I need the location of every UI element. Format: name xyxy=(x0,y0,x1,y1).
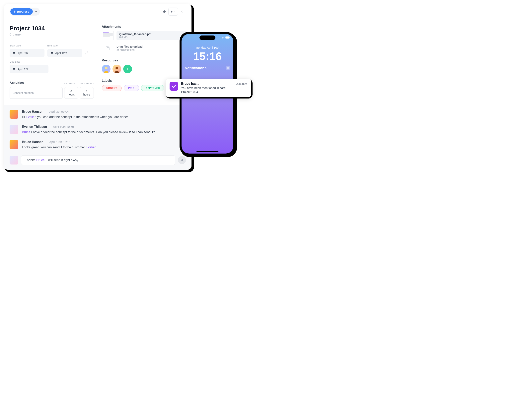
file-name: Quotation_C.Janzen.pdf xyxy=(119,32,183,36)
phone-notch xyxy=(199,36,215,40)
file-size: 8.8 MB xyxy=(119,36,183,39)
svg-rect-11 xyxy=(229,37,230,38)
activities-title: Activities xyxy=(10,81,24,85)
resource-avatar[interactable] xyxy=(113,65,121,73)
mention[interactable]: Evelien xyxy=(86,146,96,149)
close-icon[interactable] xyxy=(178,8,186,16)
card-header: In progress xyxy=(4,4,191,19)
status-control[interactable]: In progress xyxy=(10,8,40,16)
status-pill: In progress xyxy=(10,8,33,15)
resources-title: Resources xyxy=(102,59,186,62)
add-resource-button[interactable] xyxy=(123,65,132,73)
end-date-label: End date xyxy=(47,44,82,47)
notifications-close-icon[interactable] xyxy=(226,66,230,70)
attachments-title: Attachments xyxy=(102,25,186,29)
file-thumbnail-icon xyxy=(102,31,114,40)
star-icon[interactable] xyxy=(160,8,168,16)
comment-avatar xyxy=(10,110,18,119)
attachment-item[interactable]: Quotation_C.Janzen.pdf 8.8 MB xyxy=(102,31,186,40)
phone-status-bar xyxy=(221,36,230,39)
comment-item: Bruce Hansen April 3th 09:04 Hi Evelien … xyxy=(10,110,186,119)
home-indicator xyxy=(196,151,218,152)
col-estimate: ESTIMATE xyxy=(64,82,76,85)
upload-zone[interactable]: Drag files to upload or browse files xyxy=(102,44,186,53)
svg-rect-10 xyxy=(226,37,229,38)
send-button[interactable] xyxy=(178,156,186,164)
mention[interactable]: Evelien xyxy=(26,115,36,119)
comments-section: Bruce Hansen April 3th 09:04 Hi Evelien … xyxy=(4,105,191,170)
notification-message: You have been mentioned in cardProject 1… xyxy=(181,86,247,94)
comment-text: Bruce I have added the concept to the at… xyxy=(22,130,155,135)
project-title: Project 1034 xyxy=(10,25,94,32)
comment-author: Evelien Thijssen xyxy=(22,125,47,129)
end-date-input[interactable]: April 12th xyxy=(47,49,82,57)
comment-avatar xyxy=(10,125,18,134)
svg-point-7 xyxy=(105,67,108,69)
due-date-label: Due date xyxy=(10,60,49,63)
comment-author: Bruce Hansen xyxy=(22,110,44,113)
project-author: C. Janzen xyxy=(10,33,94,36)
lock-screen-time: 15:16 xyxy=(182,50,233,62)
svg-rect-6 xyxy=(107,47,109,50)
comment-item: Bruce Hansen April 10th 15:16 Looks grea… xyxy=(10,140,186,150)
svg-rect-3 xyxy=(51,52,53,53)
upload-text-1: Drag files to upload xyxy=(116,45,143,48)
reply-input[interactable]: Thanks Bruce, I will send it right away xyxy=(21,155,175,165)
arrow-right-icon[interactable] xyxy=(33,8,39,15)
upload-text-2: or browse files xyxy=(116,48,143,51)
label-urgent[interactable]: URGENT xyxy=(102,85,122,91)
resource-avatar[interactable] xyxy=(102,65,110,73)
remaining-hours[interactable]: 1 hours xyxy=(80,87,94,99)
wifi-icon xyxy=(221,36,224,39)
reply-avatar xyxy=(10,156,18,164)
notification-card[interactable]: Bruce has... Just now You have been ment… xyxy=(165,79,251,97)
swap-dates-icon[interactable] xyxy=(85,51,89,57)
svg-rect-5 xyxy=(13,69,15,69)
comment-time: April 10th 15:16 xyxy=(50,140,70,143)
mention[interactable]: Bruce xyxy=(22,131,30,134)
copy-icon xyxy=(102,46,114,51)
comment-time: April 10th 10:59 xyxy=(53,125,74,128)
label-prio[interactable]: PRIO xyxy=(124,85,139,91)
comment-item: Evelien Thijssen April 10th 10:59 Bruce … xyxy=(10,125,186,135)
due-date-input[interactable]: April 12th xyxy=(10,65,49,73)
svg-point-8 xyxy=(115,67,118,69)
col-remaining: REMAINING xyxy=(80,82,94,85)
comment-avatar xyxy=(10,140,18,149)
svg-rect-1 xyxy=(13,52,15,53)
actions-menu[interactable] xyxy=(168,8,178,16)
app-checkmark-icon xyxy=(170,82,178,91)
lock-screen-date: Monday April 10th xyxy=(182,46,233,49)
notification-sender: Bruce has... xyxy=(181,82,199,86)
comment-author: Bruce Hansen xyxy=(22,140,44,144)
activity-select[interactable]: Concept creation xyxy=(10,87,63,99)
comment-text: Hi Evelien you can add the concept in th… xyxy=(22,115,128,119)
notification-time: Just now xyxy=(236,82,247,85)
label-approved[interactable]: APPROVED xyxy=(141,85,164,91)
project-card: In progress Project 1034 C. Janzen Start… xyxy=(4,4,191,170)
notifications-title: Notifications xyxy=(185,66,206,70)
battery-icon xyxy=(225,36,230,39)
comment-time: April 3th 09:04 xyxy=(50,110,69,113)
start-date-label: Start date xyxy=(10,44,44,47)
estimate-hours[interactable]: 6 hours xyxy=(64,87,78,99)
start-date-input[interactable]: April 3th xyxy=(10,49,44,57)
comment-text: Looks great! You can send it to the cust… xyxy=(22,145,96,150)
